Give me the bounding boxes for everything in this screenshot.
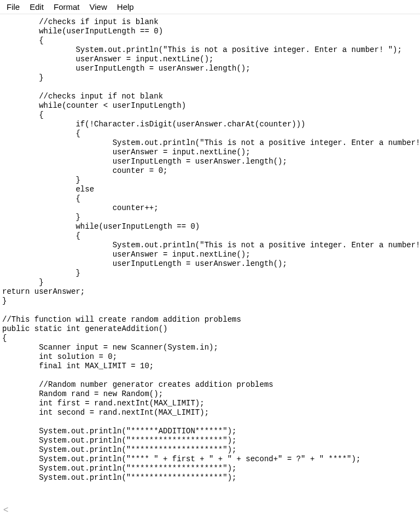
code-editor[interactable]: //checks if input is blank while(userInp… [0, 14, 420, 483]
menu-view[interactable]: View [85, 1, 112, 13]
menu-help[interactable]: Help [113, 1, 138, 13]
menu-format[interactable]: Format [49, 1, 84, 13]
menubar: File Edit Format View Help [0, 0, 420, 14]
menu-file[interactable]: File [2, 1, 24, 13]
scroll-left-icon[interactable]: < [3, 505, 8, 515]
menu-edit[interactable]: Edit [25, 1, 48, 13]
